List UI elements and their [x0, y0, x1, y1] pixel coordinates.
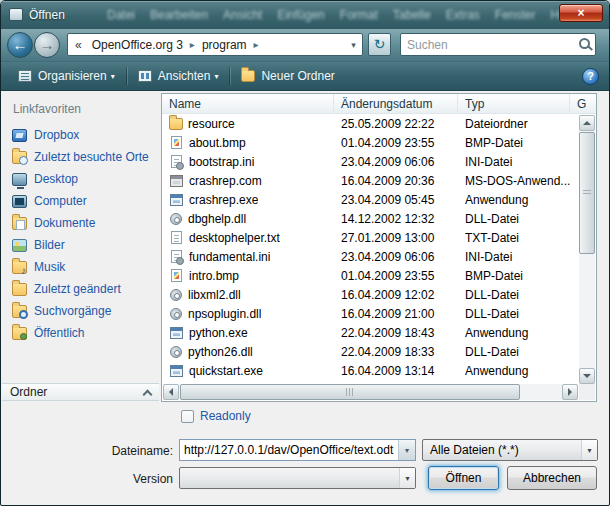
organize-button[interactable]: Organisieren ▾	[9, 65, 124, 87]
sidebar-item[interactable]: Zuletzt geändert	[7, 278, 157, 300]
readonly-label[interactable]: Readonly	[200, 409, 251, 423]
address-bar[interactable]: « OpenOffice.org 3 ▸ program ▸ ▾	[67, 33, 363, 56]
column-header-date[interactable]: Änderungsdatum	[334, 94, 458, 114]
folder-icon	[169, 118, 183, 130]
file-row[interactable]: desktophelper.txt 27.01.2009 13:00 TXT-D…	[162, 228, 579, 247]
file-row[interactable]: dbghelp.dll 14.12.2002 12:32 DLL-Datei	[162, 209, 579, 228]
file-name: crashrep.exe	[189, 193, 258, 207]
file-row[interactable]: bootstrap.ini 23.04.2009 06:06 INI-Datei	[162, 152, 579, 171]
file-date: 16.04.2009 20:36	[334, 174, 458, 188]
open-dialog: Öffnen DateiBearbeitenAnsichtEinfügenFor…	[0, 0, 610, 506]
column-header-type[interactable]: Typ	[458, 94, 570, 114]
background-menu-item: Extras	[446, 8, 480, 22]
list-header: Name Änderungsdatum Typ G	[162, 94, 596, 114]
sidebar-item-label: Zuletzt geändert	[34, 282, 121, 296]
exe-icon	[170, 365, 183, 377]
search-icon[interactable]	[575, 34, 595, 55]
forward-button[interactable]: →	[34, 32, 60, 58]
file-row[interactable]: crashrep.com 16.04.2009 20:36 MS-DOS-Anw…	[162, 171, 579, 190]
sidebar-item[interactable]: Computer	[7, 190, 157, 212]
computer-icon	[12, 195, 27, 208]
breadcrumb-segment[interactable]: program	[197, 38, 252, 52]
file-name: libxml2.dll	[188, 288, 241, 302]
open-button[interactable]: Öffnen	[428, 466, 499, 490]
search-input[interactable]	[401, 38, 575, 52]
file-row[interactable]: crashrep.exe 23.04.2009 05:45 Anwendung	[162, 190, 579, 209]
sidebar-item[interactable]: Öffentlich	[7, 322, 157, 344]
dropbox-icon	[12, 129, 27, 142]
close-button[interactable]: ×	[559, 4, 603, 22]
breadcrumb-segment[interactable]: OpenOffice.org 3	[87, 38, 188, 52]
file-type: Anwendung	[458, 364, 528, 378]
file-row[interactable]: libxml2.dll 16.04.2009 12:02 DLL-Datei	[162, 285, 579, 304]
horizontal-scrollbar[interactable]	[163, 384, 578, 400]
scroll-left-button[interactable]	[163, 384, 179, 400]
titlebar: Öffnen DateiBearbeitenAnsichtEinfügenFor…	[1, 1, 609, 29]
sidebar-item[interactable]: Dropbox	[7, 124, 157, 146]
filename-input[interactable]	[180, 440, 398, 460]
cancel-button[interactable]: Abbrechen	[507, 466, 597, 490]
column-header-name[interactable]: Name	[162, 94, 334, 114]
breadcrumb-chevron-icon[interactable]: ▸	[252, 39, 261, 50]
file-row[interactable]: about.bmp 01.04.2009 23:55 BMP-Datei	[162, 133, 579, 152]
organize-label: Organisieren	[38, 69, 107, 83]
file-date: 14.12.2002 12:32	[334, 212, 458, 226]
file-rows: resource 25.05.2009 22:22 Dateiordner ab…	[162, 114, 579, 384]
breadcrumb-chevron-icon[interactable]: ▸	[188, 39, 197, 50]
scroll-right-button[interactable]	[562, 384, 578, 400]
sidebar-item[interactable]: Zuletzt besuchte Orte	[7, 146, 157, 168]
new-folder-button[interactable]: Neuer Ordner	[232, 65, 343, 87]
sidebar-item[interactable]: Suchvorgänge	[7, 300, 157, 322]
file-type: DLL-Datei	[458, 288, 519, 302]
favorite-links: Dropbox Zuletzt besuchte Orte Desktop Co…	[7, 124, 157, 344]
scroll-up-button[interactable]	[579, 115, 595, 131]
refresh-button[interactable]: ↻	[368, 33, 391, 56]
sidebar-item[interactable]: Bilder	[7, 234, 157, 256]
scroll-down-button[interactable]	[579, 368, 595, 384]
file-row[interactable]: quickstart.exe 16.04.2009 13:14 Anwendun…	[162, 361, 579, 380]
vertical-scrollbar-thumb[interactable]	[579, 132, 595, 254]
exe-icon	[170, 194, 183, 206]
folders-bar[interactable]: Ordner	[2, 383, 159, 401]
file-date: 01.04.2009 23:55	[334, 136, 458, 150]
version-select[interactable]: ▾	[179, 467, 416, 489]
dialog-icon	[9, 8, 23, 21]
file-date: 22.04.2009 18:33	[334, 345, 458, 359]
breadcrumb-overflow-button[interactable]: «	[68, 38, 87, 52]
window-title: Öffnen	[29, 8, 65, 22]
file-row[interactable]: intro.bmp 01.04.2009 23:55 BMP-Datei	[162, 266, 579, 285]
search-box[interactable]	[400, 33, 596, 56]
back-button[interactable]: ←	[7, 32, 33, 58]
readonly-checkbox[interactable]	[181, 410, 194, 423]
chevron-down-icon: ▾	[581, 440, 597, 460]
file-row[interactable]: resource 25.05.2009 22:22 Dateiordner	[162, 114, 579, 133]
navigation-bar: ← → « OpenOffice.org 3 ▸ program ▸ ▾ ↻	[1, 29, 609, 61]
address-dropdown-button[interactable]: ▾	[345, 40, 362, 50]
file-row[interactable]: python26.dll 22.04.2009 18:33 DLL-Datei	[162, 342, 579, 361]
views-button[interactable]: Ansichten ▾	[129, 65, 228, 87]
file-row[interactable]: npsoplugin.dll 16.04.2009 21:00 DLL-Date…	[162, 304, 579, 323]
vertical-scrollbar[interactable]	[579, 115, 595, 384]
sidebar-item-label: Computer	[34, 194, 87, 208]
background-menu-item: Einfügen	[277, 8, 324, 22]
new-folder-label: Neuer Ordner	[261, 69, 334, 83]
help-button[interactable]: ?	[582, 68, 599, 85]
file-date: 25.05.2009 22:22	[334, 117, 458, 131]
file-date: 16.04.2009 13:14	[334, 364, 458, 378]
file-name: quickstart.exe	[189, 364, 263, 378]
file-row[interactable]: python.exe 22.04.2009 18:43 Anwendung	[162, 323, 579, 342]
column-header-size[interactable]: G	[570, 94, 596, 114]
file-type: DLL-Datei	[458, 212, 519, 226]
filename-dropdown-button[interactable]: ▾	[398, 440, 415, 460]
documents-icon	[12, 217, 27, 230]
horizontal-scrollbar-thumb[interactable]	[180, 384, 520, 400]
filename-combo[interactable]: ▾	[179, 439, 416, 461]
bmp-icon	[171, 269, 182, 282]
sidebar-item[interactable]: Musik	[7, 256, 157, 278]
file-date: 16.04.2009 21:00	[334, 307, 458, 321]
filetype-select[interactable]: Alle Dateien (*.*) ▾	[422, 439, 598, 461]
sidebar-item[interactable]: Desktop	[7, 168, 157, 190]
file-row[interactable]: fundamental.ini 23.04.2009 06:06 INI-Dat…	[162, 247, 579, 266]
background-menu-item: Format	[340, 8, 378, 22]
sidebar-item[interactable]: Dokumente	[7, 212, 157, 234]
